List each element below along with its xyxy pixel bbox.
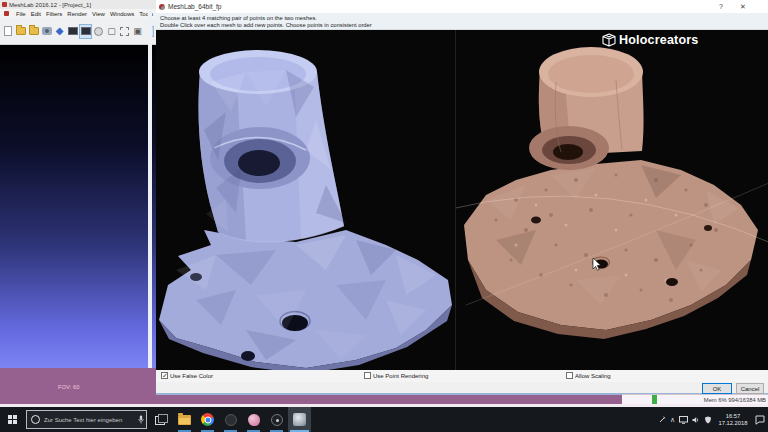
taskbar-search[interactable] <box>26 410 147 429</box>
snapshot-icon[interactable] <box>41 25 52 38</box>
taskbar-app-5[interactable] <box>265 407 288 432</box>
taskbar-clock[interactable]: 16:57 17.12.2018 <box>716 413 750 426</box>
taskbar-app-meshlab-active[interactable] <box>288 407 311 432</box>
menu-view[interactable]: View <box>92 11 105 17</box>
cancel-button[interactable]: Cancel <box>736 383 764 394</box>
shield-tray-icon[interactable] <box>704 416 712 424</box>
pink-app-icon <box>248 414 260 426</box>
allow-scaling-checkbox[interactable]: Allow Scaling <box>566 372 611 379</box>
left-mesh-viewport[interactable] <box>156 30 455 370</box>
memory-status-bar: Mem 6% 994/16384 MB <box>622 394 768 404</box>
dark-app-icon <box>225 414 237 426</box>
dialog-close-icon[interactable]: ✕ <box>732 0 754 13</box>
meshlab-menubar: File Edit Filters Render View Windows To… <box>0 9 156 18</box>
menu-filters[interactable]: Filters <box>46 11 62 17</box>
file-explorer-icon <box>178 415 191 425</box>
windows-logo-icon <box>8 415 17 424</box>
cube-solid-icon[interactable]: ▣ <box>132 25 143 38</box>
dialog-app-icon <box>159 4 165 10</box>
cube-wireframe-icon[interactable]: ▢ <box>106 25 117 38</box>
screen-icon[interactable] <box>67 25 78 38</box>
hud-fov: FOV: 60 <box>58 384 104 391</box>
menu-windows[interactable]: Windows <box>110 11 134 17</box>
right-mesh-viewport[interactable] <box>456 30 768 370</box>
checkbox-unchecked-icon[interactable] <box>364 372 371 379</box>
taskbar-app-explorer[interactable] <box>173 407 196 432</box>
new-document-icon[interactable] <box>2 25 13 38</box>
align-dialog: MeshLab_64bit_fp ? ✕ Choose at least 4 m… <box>156 0 768 395</box>
windows-taskbar: ∧ 16:57 17.12.2018 <box>0 407 768 432</box>
holocreators-watermark: Holocreators <box>602 33 699 47</box>
dialog-help-button[interactable]: ? <box>710 0 732 13</box>
memory-status-text: Mem 6% 994/16384 MB <box>704 397 766 403</box>
checkbox-checked-icon[interactable] <box>161 372 168 379</box>
action-center-icon[interactable] <box>754 414 765 425</box>
right-mesh-svg <box>456 30 768 370</box>
meshlab-toolbar: ◆ ▢ ▣ <box>0 18 156 45</box>
ok-button[interactable]: OK <box>702 383 732 394</box>
use-false-color-checkbox[interactable]: Use False Color <box>161 372 213 379</box>
taskbar-app-paint[interactable] <box>242 407 265 432</box>
mesh-left <box>159 50 452 370</box>
meshlab-window-title: MeshLab 2016.12 - [Project_1] <box>9 2 91 8</box>
screen-selected-icon[interactable] <box>80 25 91 38</box>
screen: MeshLab 2016.12 - [Project_1] File Edit … <box>0 0 768 432</box>
holocreators-cube-icon <box>602 33 616 47</box>
dialog-instructions: Choose at least 4 matching pair of point… <box>156 13 768 30</box>
menu-render[interactable]: Render <box>67 11 87 17</box>
microphone-icon <box>138 415 144 424</box>
mesh-right <box>456 47 768 339</box>
taskbar-app-3[interactable] <box>219 407 242 432</box>
instruction-line-1: Choose at least 4 matching pair of point… <box>160 15 764 22</box>
system-tray: ∧ 16:57 17.12.2018 <box>659 413 768 426</box>
meshlab-taskbar-icon <box>293 413 306 426</box>
open-mesh-icon[interactable] <box>28 25 39 38</box>
search-input[interactable] <box>42 416 138 424</box>
menu-file[interactable]: File <box>16 11 26 17</box>
left-mesh-svg <box>156 30 455 370</box>
diamond-icon[interactable]: ◆ <box>54 25 65 38</box>
checkbox-unchecked-icon[interactable] <box>566 372 573 379</box>
task-view-icon[interactable] <box>155 414 167 426</box>
taskbar-apps <box>173 407 311 432</box>
dual-mesh-canvas: Holocreators <box>156 30 768 370</box>
tray-overflow-chevron-icon[interactable]: ∧ <box>670 416 675 423</box>
chrome-icon <box>201 413 214 426</box>
dialog-titlebar[interactable]: MeshLab_64bit_fp ? ✕ <box>156 0 768 13</box>
display-tray-icon[interactable] <box>679 416 688 424</box>
selection-icon[interactable] <box>119 25 130 38</box>
taskbar-app-chrome[interactable] <box>196 407 219 432</box>
start-button[interactable] <box>0 407 24 432</box>
meshlab-menu-icon <box>4 11 9 16</box>
dialog-title: MeshLab_64bit_fp <box>168 3 222 10</box>
instruction-line-2: Double Click over each mesh to add new p… <box>160 22 764 29</box>
round-app-icon <box>271 414 283 426</box>
meshlab-titlebar: MeshLab 2016.12 - [Project_1] <box>0 0 156 9</box>
open-project-icon[interactable] <box>15 25 26 38</box>
holocreators-text: Holocreators <box>619 33 699 47</box>
use-false-color-label: Use False Color <box>170 373 213 379</box>
pen-tray-icon[interactable] <box>659 416 666 423</box>
meshlab-app-icon <box>2 2 7 7</box>
dialog-options-row: Use False Color Use Point Rendering Allo… <box>156 370 768 382</box>
cortana-icon <box>31 415 40 424</box>
memory-progress-segment <box>652 395 657 404</box>
meshlab-window-edge <box>148 9 152 395</box>
use-point-rendering-checkbox[interactable]: Use Point Rendering <box>364 372 428 379</box>
allow-scaling-label: Allow Scaling <box>575 373 611 379</box>
sphere-icon[interactable] <box>93 25 104 38</box>
meshlab-background-viewport[interactable] <box>0 45 156 368</box>
menu-edit[interactable]: Edit <box>31 11 41 17</box>
speaker-tray-icon[interactable] <box>692 416 700 424</box>
clock-date: 17.12.2018 <box>716 420 750 427</box>
use-point-rendering-label: Use Point Rendering <box>373 373 428 379</box>
